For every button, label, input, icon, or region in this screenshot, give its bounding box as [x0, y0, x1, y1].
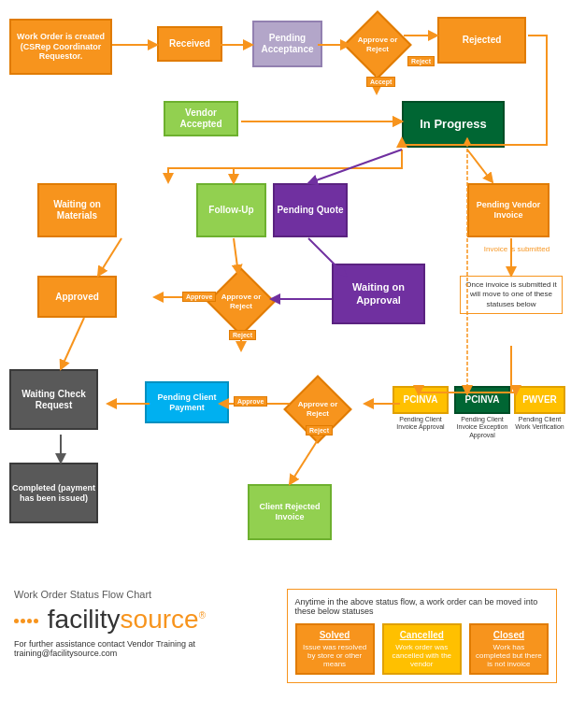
accept-label: Accept: [366, 77, 395, 87]
pcinva-2-desc: Pending Client Invoice Exception Approva…: [454, 416, 510, 439]
closed-desc: Work has completed but there is not invo…: [476, 643, 542, 668]
pwver-desc: Pending Client Work Verification: [514, 416, 565, 432]
approve-reject-diamond-2: Approve or Reject: [213, 274, 269, 330]
work-order-created-label: Work Order is created (CSRep Coordinator…: [11, 32, 110, 62]
brand-source-text: source: [121, 605, 199, 634]
completed-label: Completed (payment has been issued): [11, 483, 96, 504]
once-invoice-note: Once invoice is submitted it will move t…: [460, 276, 563, 314]
reject-label-1: Reject: [407, 56, 435, 66]
pcinva-1-box: PCINVA: [393, 386, 449, 414]
work-order-created-box: Work Order is created (CSRep Coordinator…: [9, 19, 112, 75]
brand-registered: ®: [199, 610, 206, 621]
in-progress-box: In Progress: [402, 101, 505, 148]
pending-client-payment-label: Pending Client Payment: [147, 393, 227, 413]
approved-box: Approved: [37, 276, 117, 318]
follow-up-label: Follow-Up: [208, 205, 253, 216]
in-progress-label: In Progress: [420, 117, 487, 132]
solved-desc: Issue was resolved by store or other mea…: [302, 643, 368, 668]
waiting-on-materials-label: Waiting on Materials: [39, 199, 115, 221]
closed-title: Closed: [476, 630, 542, 640]
reject-label-3: Reject: [306, 425, 333, 435]
pcinva-1-short-label: PCINVA: [403, 394, 437, 406]
cancelled-desc: Work order was cancelled with the vendor: [389, 643, 455, 668]
approve-label-2: Approve: [182, 292, 216, 302]
closed-status-box: Closed Work has completed but there is n…: [469, 623, 549, 675]
footer-contact: For further assistance contact Vendor Tr…: [14, 639, 268, 658]
waiting-on-approval-label: Waiting on Approval: [334, 281, 423, 306]
approve-label-3: Approve: [234, 396, 267, 407]
brand-dots-icon: [14, 605, 48, 634]
pwver-group: PWVER Pending Client Work Verification: [514, 386, 565, 432]
invoice-submitted-note: Invoice is submitted: [475, 245, 559, 254]
footer-left: Work Order Status Flow Chart facilitysou…: [14, 589, 268, 683]
client-rejected-invoice-label: Client Rejected Invoice: [250, 502, 330, 522]
brand-logo: facilitysource®: [14, 605, 268, 635]
footer-note: Anytime in the above status flow, a work…: [295, 597, 550, 616]
vendor-accepted-box: Vendor Accepted: [164, 101, 238, 136]
reject-label-2: Reject: [229, 330, 256, 340]
status-boxes: Solved Issue was resolved by store or ot…: [295, 623, 550, 675]
pending-vendor-invoice-box: Pending Vendor Invoice: [467, 183, 550, 237]
flow-chart-title: Work Order Status Flow Chart: [14, 589, 268, 600]
pending-acceptance-box: Pending Acceptance: [252, 21, 322, 67]
svg-line-11: [467, 150, 492, 182]
pwver-short-label: PWVER: [522, 394, 557, 406]
approve-reject-diamond-1: Approve or Reject: [350, 17, 406, 73]
svg-line-12: [98, 238, 121, 276]
follow-up-box: Follow-Up: [196, 183, 266, 237]
cancelled-title: Cancelled: [389, 630, 455, 640]
footer-right: Anytime in the above status flow, a work…: [287, 589, 558, 683]
rejected-label: Rejected: [463, 35, 502, 46]
svg-line-10: [308, 150, 402, 183]
waiting-check-request-label: Waiting Check Request: [11, 389, 96, 411]
vendor-accepted-label: Vendor Accepted: [165, 107, 236, 130]
approve-reject-1-label: Approve or Reject: [350, 36, 406, 53]
approve-reject-3-label: Approve or Reject: [290, 400, 346, 418]
solved-title: Solved: [302, 630, 368, 640]
svg-line-13: [234, 238, 238, 274]
brand-facility-text: facility: [48, 605, 121, 634]
pending-quote-label: Pending Quote: [277, 205, 343, 216]
svg-line-19: [61, 318, 84, 369]
pending-acceptance-label: Pending Acceptance: [254, 33, 321, 55]
solved-status-box: Solved Issue was resolved by store or ot…: [295, 623, 375, 675]
pcinva-2-short-label: PCINVA: [464, 394, 499, 406]
pending-client-payment-box: Pending Client Payment: [145, 381, 229, 423]
cancelled-status-box: Cancelled Work order was cancelled with …: [382, 623, 462, 675]
pending-quote-box: Pending Quote: [273, 183, 348, 237]
received-label: Received: [169, 38, 210, 50]
waiting-check-request-box: Waiting Check Request: [9, 369, 98, 430]
pending-vendor-invoice-label: Pending Vendor Invoice: [469, 200, 548, 221]
approved-label: Approved: [55, 292, 99, 303]
pcinva-1-group: PCINVA Pending Client Invoice Approval: [393, 386, 449, 432]
completed-box: Completed (payment has been issued): [9, 463, 98, 523]
waiting-on-materials-box: Waiting on Materials: [37, 183, 117, 237]
approve-reject-2-label: Approve or Reject: [213, 293, 269, 310]
rejected-box: Rejected: [437, 17, 526, 64]
waiting-on-approval-box: Waiting on Approval: [332, 264, 425, 324]
footer: Work Order Status Flow Chart facilitysou…: [0, 579, 571, 692]
pwver-box: PWVER: [514, 386, 565, 414]
pcinva-2-group: PCINVA Pending Client Invoice Exception …: [454, 386, 510, 439]
received-box: Received: [157, 26, 222, 62]
pcinva-1-desc: Pending Client Invoice Approval: [393, 416, 449, 432]
client-rejected-invoice-box: Client Rejected Invoice: [248, 484, 332, 540]
pcinva-2-box: PCINVA: [454, 386, 510, 414]
flow-diagram: Work Order is created (CSRep Coordinator…: [0, 0, 571, 579]
